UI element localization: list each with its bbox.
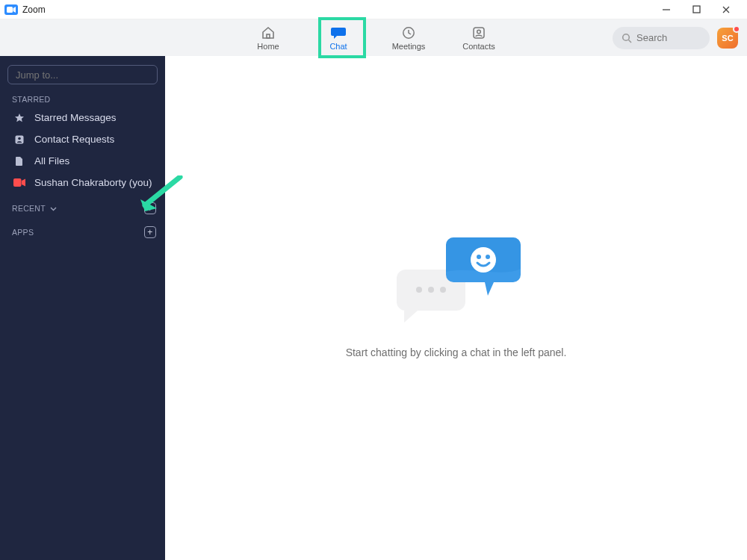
sidebar-section-recent[interactable]: RECENT + xyxy=(0,198,165,217)
sidebar-item-label: Starred Messages xyxy=(34,112,117,123)
svg-rect-5 xyxy=(267,34,270,38)
sidebar-item-self-chat[interactable]: Sushan Chakraborty (you) xyxy=(0,172,165,193)
star-icon xyxy=(13,113,25,123)
sidebar-item-all-files[interactable]: All Files xyxy=(0,150,165,172)
add-app-button[interactable]: + xyxy=(144,226,156,238)
sidebar-section-apps[interactable]: APPS + xyxy=(0,222,165,241)
sidebar-item-label: All Files xyxy=(34,155,69,167)
notification-dot-icon xyxy=(733,25,740,33)
sidebar-item-label: Sushan Chakraborty (you) xyxy=(34,177,152,188)
nav-home[interactable]: Home xyxy=(244,19,293,56)
sidebar-item-label: Contact Requests xyxy=(34,134,114,145)
apps-header-label: APPS xyxy=(12,228,34,237)
video-icon xyxy=(13,178,25,187)
svg-rect-0 xyxy=(7,7,13,13)
window-title: Zoom xyxy=(22,4,46,15)
contact-request-icon xyxy=(13,134,25,145)
empty-chat-illustration xyxy=(382,228,531,326)
zoom-app-icon xyxy=(4,4,18,15)
empty-chat-hint: Start chatting by clicking a chat in the… xyxy=(346,346,567,358)
add-recent-button[interactable]: + xyxy=(144,202,156,214)
chat-main-area: Start chatting by clicking a chat in the… xyxy=(165,56,747,560)
window-minimize-button[interactable] xyxy=(651,0,681,19)
search-field[interactable] xyxy=(636,32,696,43)
svg-point-17 xyxy=(440,287,446,293)
svg-point-8 xyxy=(477,30,481,34)
window-close-button[interactable] xyxy=(711,0,741,19)
window-maximize-button[interactable] xyxy=(681,0,711,19)
jump-to-input[interactable] xyxy=(7,65,158,84)
svg-point-16 xyxy=(428,287,434,293)
svg-rect-13 xyxy=(13,178,22,187)
svg-rect-7 xyxy=(474,28,484,38)
svg-point-19 xyxy=(477,255,481,259)
top-toolbar: Home Chat Meetings Contacts SC xyxy=(0,19,747,56)
file-icon xyxy=(13,156,25,167)
sidebar-item-contact-requests[interactable]: Contact Requests xyxy=(0,128,165,150)
svg-point-12 xyxy=(18,137,21,140)
nav-chat[interactable]: Chat xyxy=(314,19,363,56)
nav-home-label: Home xyxy=(257,42,279,51)
nav-meetings-label: Meetings xyxy=(392,42,426,51)
chevron-down-icon xyxy=(50,204,57,213)
svg-point-9 xyxy=(623,34,630,40)
profile-avatar[interactable]: SC xyxy=(717,28,738,49)
nav-contacts[interactable]: Contacts xyxy=(454,19,503,56)
home-icon xyxy=(261,25,276,40)
sidebar-section-starred: STARRED xyxy=(0,90,165,107)
jump-to-field[interactable] xyxy=(16,69,149,81)
search-input[interactable] xyxy=(613,27,710,49)
search-icon xyxy=(622,33,632,43)
chat-icon xyxy=(330,25,347,40)
chat-sidebar: STARRED Starred Messages Contact Request… xyxy=(0,56,165,560)
svg-point-15 xyxy=(416,287,422,293)
svg-point-18 xyxy=(471,247,496,273)
avatar-initials: SC xyxy=(722,34,733,43)
svg-point-20 xyxy=(486,255,490,259)
sidebar-item-starred-messages[interactable]: Starred Messages xyxy=(0,107,165,128)
contacts-icon xyxy=(472,25,486,40)
nav-contacts-label: Contacts xyxy=(462,42,495,51)
starred-header-label: STARRED xyxy=(12,95,51,104)
recent-header-label: RECENT xyxy=(12,204,46,213)
svg-line-10 xyxy=(629,40,632,43)
clock-icon xyxy=(402,25,415,40)
nav-meetings[interactable]: Meetings xyxy=(384,19,433,56)
nav-chat-label: Chat xyxy=(329,42,347,51)
window-titlebar: Zoom xyxy=(0,0,747,19)
svg-rect-2 xyxy=(693,6,700,13)
